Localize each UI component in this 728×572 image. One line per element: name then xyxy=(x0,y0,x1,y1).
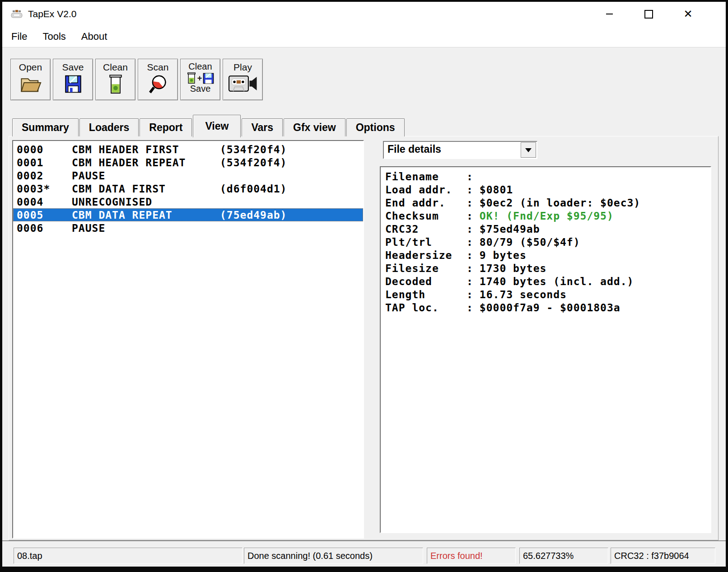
tab-vars[interactable]: Vars xyxy=(242,118,283,136)
clean-button[interactable]: Clean xyxy=(95,59,135,100)
block-list: 0000 CBM HEADER FIRST (534f20f4) 0001 CB… xyxy=(12,140,364,539)
detail-label: TAP loc. xyxy=(385,302,467,314)
scan-button[interactable]: Scan xyxy=(138,59,178,100)
window-title: TapEx V2.0 xyxy=(28,9,76,19)
plus-sign: + xyxy=(197,74,202,83)
detail-value: 80/79 ($50/$4f) xyxy=(480,236,580,248)
clean-button-label: Clean xyxy=(103,62,128,72)
tab-summary[interactable]: Summary xyxy=(12,118,79,136)
tab-report[interactable]: Report xyxy=(140,118,192,136)
detail-value: 1740 bytes (incl. add.) xyxy=(480,276,634,287)
block-crc: (d6f004d1) xyxy=(220,183,287,195)
block-name: CBM DATA FIRST xyxy=(72,183,220,195)
block-index: 0001 xyxy=(17,157,72,169)
detail-label: Filesize xyxy=(385,263,467,274)
block-index: 0006 xyxy=(17,222,72,234)
detail-label: Decoded xyxy=(385,276,467,287)
detail-value-checksum-ok: OK! (Fnd/Exp $95/95) xyxy=(480,210,614,222)
status-percentage: 65.627733% xyxy=(519,548,608,564)
open-button[interactable]: Open xyxy=(10,59,51,100)
block-crc: (75ed49ab) xyxy=(220,209,287,221)
detail-separator: : xyxy=(467,197,473,209)
close-button[interactable]: ✕ xyxy=(668,2,708,26)
detail-label: CRC32 xyxy=(385,223,467,235)
window-controls: ✕ xyxy=(590,2,708,26)
title-bar[interactable]: TapEx V2.0 ✕ xyxy=(2,2,726,26)
tab-view[interactable]: View xyxy=(193,115,241,137)
detail-separator: : xyxy=(467,210,473,222)
list-item[interactable]: 0000 CBM HEADER FIRST (534f20f4) xyxy=(13,143,363,156)
detail-row: Length:16.73 seconds xyxy=(385,288,710,301)
detail-separator: : xyxy=(467,184,473,196)
status-filename: 08.tap xyxy=(14,548,243,564)
detail-row-checksum: Checksum:OK! (Fnd/Exp $95/95) xyxy=(385,209,710,222)
maximize-icon xyxy=(644,10,653,19)
list-item[interactable]: 0002 PAUSE xyxy=(13,169,363,182)
detail-value: $0ec2 (in loader: $0ec3) xyxy=(480,197,640,209)
status-divider xyxy=(2,540,726,542)
open-folder-icon xyxy=(19,75,42,94)
details-view-select[interactable]: File details xyxy=(383,141,537,159)
tab-options[interactable]: Options xyxy=(346,118,405,136)
detail-separator: : xyxy=(467,249,473,261)
detail-label: Load addr. xyxy=(385,184,467,196)
detail-separator: : xyxy=(467,223,473,235)
close-icon: ✕ xyxy=(683,9,692,19)
list-item[interactable]: 0004 UNRECOGNISED xyxy=(13,195,363,208)
menu-about[interactable]: About xyxy=(80,29,108,44)
open-button-label: Open xyxy=(19,62,42,72)
detail-value: 1730 bytes xyxy=(480,263,546,274)
speaker-icon xyxy=(249,77,257,90)
block-name: CBM HEADER REPEAT xyxy=(72,157,220,169)
detail-label: Plt/trl xyxy=(385,236,467,248)
block-name: CBM HEADER FIRST xyxy=(72,144,220,155)
clean-save-bottom-label: Save xyxy=(190,84,211,94)
window-body: TapEx V2.0 ✕ File Tools About Open xyxy=(2,2,726,567)
save-button-label: Save xyxy=(62,62,84,72)
status-errors: Errors found! xyxy=(427,548,516,564)
toolbar: Open Save Clean xyxy=(10,59,263,100)
play-button[interactable]: Play xyxy=(223,59,263,100)
tab-gfx-view[interactable]: Gfx view xyxy=(284,118,345,136)
tab-bar: Summary Loaders Report View Vars Gfx vie… xyxy=(12,116,406,136)
chevron-down-icon xyxy=(525,148,532,152)
detail-row: Headersize:9 bytes xyxy=(385,248,710,262)
tab-loaders[interactable]: Loaders xyxy=(79,118,139,136)
block-index: 0004 xyxy=(17,196,72,208)
list-item[interactable]: 0001 CBM HEADER REPEAT (534f20f4) xyxy=(13,156,363,169)
detail-row: End addr.:$0ec2 (in loader: $0ec3) xyxy=(385,196,710,209)
detail-row: CRC32:$75ed49ab xyxy=(385,222,710,235)
minimize-button[interactable] xyxy=(590,2,629,26)
list-item[interactable]: 0003* CBM DATA FIRST (d6f004d1) xyxy=(13,182,363,195)
clean-save-button[interactable]: Clean + Save xyxy=(180,59,220,100)
block-name: CBM DATA REPEAT xyxy=(72,209,220,221)
combo-dropdown-button[interactable] xyxy=(521,142,536,158)
detail-separator: : xyxy=(467,289,473,300)
detail-row: Load addr.:$0801 xyxy=(385,183,710,196)
minimize-icon xyxy=(606,14,613,14)
list-item-selected[interactable]: 0005 CBM DATA REPEAT (75ed49ab) xyxy=(13,208,363,221)
list-item[interactable]: 0006 PAUSE xyxy=(13,221,363,234)
maximize-button[interactable] xyxy=(629,2,668,26)
detail-value: 16.73 seconds xyxy=(480,289,567,300)
menu-file[interactable]: File xyxy=(10,29,28,44)
detail-label: Filename xyxy=(385,171,467,183)
block-name: PAUSE xyxy=(72,222,220,234)
menu-tools[interactable]: Tools xyxy=(42,29,66,44)
detail-row: Filesize:1730 bytes xyxy=(385,262,710,275)
detail-label: End addr. xyxy=(385,197,467,209)
detail-value: $75ed49ab xyxy=(480,223,540,235)
scan-magnifier-icon xyxy=(148,75,168,94)
detail-separator: : xyxy=(467,302,473,314)
detail-separator: : xyxy=(467,263,473,274)
play-icon-group xyxy=(229,75,257,92)
mini-beaker-icon xyxy=(187,72,196,84)
menu-bar: File Tools About xyxy=(2,26,726,47)
status-crc32: CRC32 : f37b9064 xyxy=(611,548,715,564)
detail-row: TAP loc.:$0000f7a9 - $0001803a xyxy=(385,301,710,314)
save-floppy-icon xyxy=(64,75,83,94)
save-button[interactable]: Save xyxy=(53,59,93,100)
detail-row: Decoded:1740 bytes (incl. add.) xyxy=(385,275,710,288)
block-index: 0003* xyxy=(17,183,72,195)
scan-button-label: Scan xyxy=(147,62,169,72)
